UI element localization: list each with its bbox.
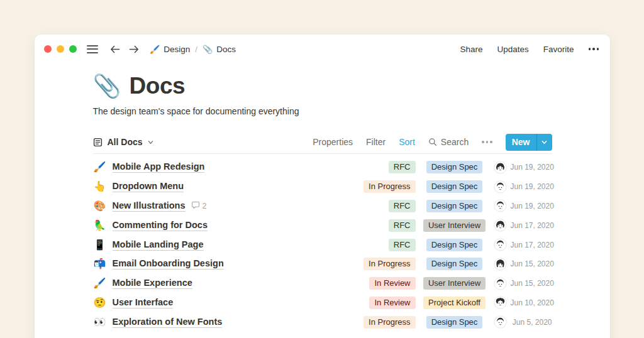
- desktop-background: { "colors": { "canvas_bg": "#F7F1E6", "a…: [0, 0, 644, 338]
- raised-eyebrow-emoji: 🤨: [93, 298, 107, 308]
- doc-type-tag[interactable]: Design Spec: [426, 316, 483, 329]
- sort-button[interactable]: Sort: [399, 137, 415, 147]
- doc-type-tag[interactable]: User Interview: [423, 219, 486, 232]
- minimize-window-button[interactable]: [57, 45, 64, 53]
- paintbrush-emoji: 🖌️: [93, 278, 107, 288]
- avatar[interactable]: [494, 296, 507, 309]
- avatar[interactable]: [494, 199, 507, 212]
- status-column: In Progress: [345, 258, 416, 270]
- breadcrumb-item-design[interactable]: 🖌️Design: [150, 45, 190, 54]
- avatar[interactable]: [494, 180, 507, 194]
- doc-type-tag[interactable]: Design Spec: [426, 161, 483, 173]
- paintbrush-emoji: 🖌️: [93, 162, 107, 172]
- window-topbar: 🖌️Design/📎Docs ShareUpdatesFavorite: [35, 35, 610, 56]
- doc-row: 🖌️Mobile ExperienceIn ReviewUser Intervi…: [93, 274, 552, 293]
- doc-type-column: Design Spec: [422, 316, 487, 329]
- status-tag[interactable]: In Progress: [364, 258, 415, 270]
- parrot-emoji: 🦜: [93, 221, 107, 231]
- doc-type-tag[interactable]: Design Spec: [426, 258, 483, 270]
- back-arrow-icon[interactable]: [109, 45, 120, 54]
- new-button[interactable]: New: [506, 134, 552, 151]
- comment-count[interactable]: 2: [191, 200, 207, 211]
- paperclip-emoji: 📎: [203, 45, 213, 53]
- updates-button[interactable]: Updates: [497, 45, 528, 54]
- doc-title-link[interactable]: Email Onboarding Design: [113, 258, 224, 270]
- status-tag[interactable]: In Progress: [364, 316, 415, 329]
- view-name: All Docs: [108, 137, 143, 147]
- status-column: In Progress: [345, 316, 416, 329]
- doc-date: Jun 19, 2020: [511, 163, 552, 172]
- avatar[interactable]: [494, 219, 507, 232]
- doc-type-tag[interactable]: Design Spec: [426, 180, 483, 193]
- paperclip-icon[interactable]: 📎: [93, 75, 121, 97]
- doc-title-link[interactable]: Dropdown Menu: [113, 181, 184, 192]
- avatar[interactable]: [494, 315, 507, 329]
- new-dropdown-chevron-icon[interactable]: [537, 134, 552, 151]
- zoom-window-button[interactable]: [69, 45, 77, 53]
- window-more-icon[interactable]: [589, 48, 599, 50]
- history-nav: [109, 45, 140, 54]
- close-window-button[interactable]: [44, 45, 52, 53]
- doc-type-tag[interactable]: Design Spec: [426, 239, 483, 251]
- palette-emoji: 🎨: [93, 201, 107, 211]
- search-icon: [428, 138, 437, 146]
- favorite-button[interactable]: Favorite: [543, 45, 574, 54]
- forward-arrow-icon[interactable]: [129, 45, 140, 54]
- doc-row: 🦜Commenting for DocsRFCUser InterviewJun…: [93, 215, 552, 235]
- properties-button[interactable]: Properties: [313, 137, 353, 147]
- breadcrumb-label: Docs: [216, 45, 236, 54]
- paintbrush-emoji: 🖌️: [150, 45, 160, 53]
- doc-type-tag[interactable]: Design Spec: [426, 200, 483, 212]
- sidebar-toggle-icon[interactable]: [87, 45, 98, 53]
- doc-title-link[interactable]: Exploration of New Fonts: [113, 317, 223, 328]
- status-tag[interactable]: RFC: [389, 219, 416, 232]
- avatar[interactable]: [494, 258, 507, 271]
- status-tag[interactable]: RFC: [389, 161, 416, 173]
- filter-button[interactable]: Filter: [366, 137, 386, 147]
- doc-type-column: Design Spec: [422, 200, 487, 212]
- doc-title-link[interactable]: Commenting for Docs: [113, 220, 208, 231]
- doc-date: Jun 15, 2020: [511, 279, 552, 288]
- doc-title-link[interactable]: Mobile Landing Page: [113, 239, 204, 251]
- status-tag[interactable]: RFC: [389, 239, 416, 251]
- chevron-down-icon: [148, 139, 153, 145]
- list-view-icon: [93, 138, 103, 147]
- status-column: RFC: [345, 200, 416, 212]
- status-tag[interactable]: RFC: [389, 200, 416, 212]
- doc-date: Jun 5, 2020: [511, 318, 552, 327]
- doc-row: 🤨User InterfaceIn ReviewProject KickoffJ…: [93, 293, 552, 313]
- doc-title-link[interactable]: New Illustrations: [113, 200, 186, 212]
- avatar[interactable]: [494, 238, 507, 251]
- doc-title-link[interactable]: Mobile App Redesign: [113, 161, 205, 173]
- status-column: RFC: [345, 161, 416, 173]
- view-switcher[interactable]: All Docs: [93, 137, 153, 147]
- doc-title-link[interactable]: Mobile Experience: [113, 278, 192, 289]
- breadcrumb-item-docs[interactable]: 📎Docs: [203, 45, 236, 54]
- search-button[interactable]: Search: [428, 137, 469, 147]
- doc-row: 🎨New Illustrations2RFCDesign SpecJun 19,…: [93, 197, 552, 216]
- doc-type-tag[interactable]: User Interview: [423, 277, 486, 290]
- doc-row: 👀Exploration of New FontsIn ProgressDesi…: [93, 312, 552, 332]
- status-tag[interactable]: In Review: [369, 297, 415, 309]
- doc-row: 🖌️Mobile App RedesignRFCDesign SpecJun 1…: [93, 158, 552, 177]
- page-title: Docs: [129, 73, 185, 99]
- eyes-emoji: 👀: [93, 317, 107, 327]
- doc-type-column: Design Spec: [422, 180, 487, 193]
- status-tag[interactable]: In Review: [369, 277, 415, 290]
- search-label: Search: [441, 137, 469, 147]
- doc-row: 📱Mobile Landing PageRFCDesign SpecJun 17…: [93, 235, 552, 254]
- doc-date: Jun 19, 2020: [511, 182, 552, 191]
- page-content: 📎 Docs The design team's space for docum…: [93, 73, 552, 332]
- doc-type-tag[interactable]: Project Kickoff: [423, 297, 486, 309]
- status-tag[interactable]: In Progress: [364, 180, 415, 193]
- avatar[interactable]: [494, 277, 507, 290]
- avatar[interactable]: [494, 161, 507, 174]
- mobile-phone-emoji: 📱: [93, 240, 107, 250]
- doc-type-column: User Interview: [422, 219, 487, 232]
- doc-date: Jun 17, 2020: [511, 221, 552, 230]
- share-button[interactable]: Share: [460, 45, 482, 54]
- database-toolbar: All Docs PropertiesFilterSort Search New: [93, 131, 552, 154]
- topbar-actions: ShareUpdatesFavorite: [460, 45, 599, 54]
- toolbar-more-icon[interactable]: [482, 141, 492, 143]
- doc-title-link[interactable]: User Interface: [113, 297, 174, 308]
